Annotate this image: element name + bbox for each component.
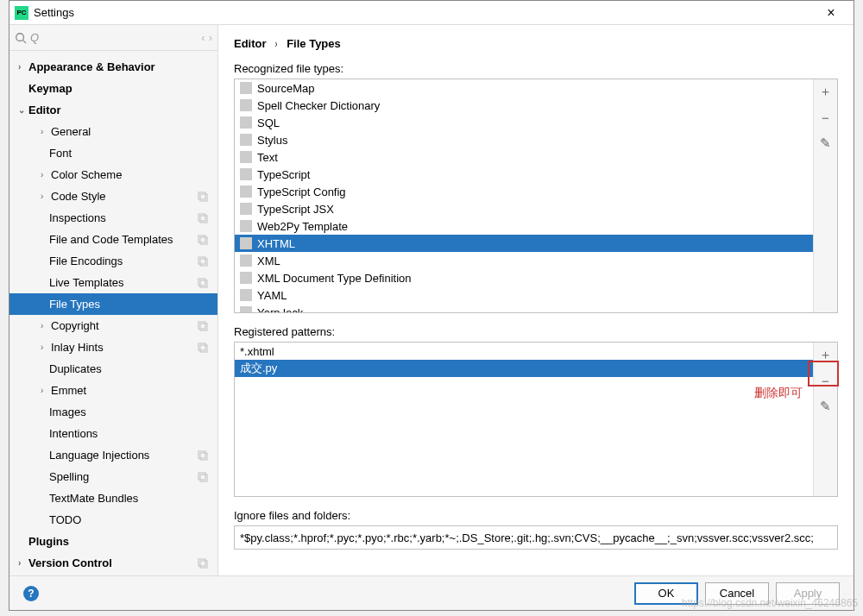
tree-versionctrl[interactable]: ›Version Control	[9, 552, 217, 574]
svg-rect-12	[198, 322, 205, 329]
chevron-right-icon: ›	[41, 127, 51, 136]
remove-button[interactable]: −	[817, 372, 835, 389]
breadcrumb-editor: Editor	[234, 37, 267, 50]
tree-font[interactable]: Font	[9, 142, 217, 164]
search-input[interactable]	[30, 31, 198, 44]
filetype-item[interactable]: SourceMap	[235, 79, 813, 97]
remove-button[interactable]: −	[817, 109, 835, 126]
filetype-item[interactable]: Stylus	[235, 131, 813, 148]
settings-tree[interactable]: ›Appearance & Behavior Keymap ⌄Editor ›G…	[9, 51, 217, 575]
filetype-icon	[240, 134, 252, 146]
svg-rect-9	[200, 259, 207, 266]
registered-label: Registered patterns:	[234, 325, 838, 338]
svg-rect-16	[198, 451, 205, 458]
filetype-label: Spell Checker Dictionary	[257, 99, 380, 112]
filetype-item[interactable]: Yarn.lock	[235, 304, 813, 312]
svg-rect-18	[198, 473, 205, 480]
chevron-left-icon[interactable]: ‹	[201, 31, 205, 44]
breadcrumb-filetypes: File Types	[287, 37, 341, 50]
chevron-down-icon: ⌄	[18, 105, 28, 115]
add-button[interactable]: ＋	[817, 83, 835, 100]
filetype-item[interactable]: XHTML	[235, 235, 813, 252]
filetype-item[interactable]: XML Document Type Definition	[235, 269, 813, 286]
filetype-item[interactable]: Web2Py Template	[235, 217, 813, 235]
chevron-right-icon: ›	[41, 192, 51, 201]
filetype-label: Web2Py Template	[257, 220, 348, 233]
filetype-label: Yarn.lock	[257, 306, 303, 313]
svg-rect-21	[200, 561, 207, 568]
tree-appearance[interactable]: ›Appearance & Behavior	[9, 56, 217, 78]
tree-filecodetpl[interactable]: File and Code Templates	[9, 229, 217, 250]
filetype-item[interactable]: SQL	[235, 114, 813, 131]
chevron-right-icon: ›	[275, 37, 278, 50]
filetypes-list-wrap: SourceMapSpell Checker DictionarySQLStyl…	[234, 79, 838, 313]
tree-spelling[interactable]: Spelling	[9, 466, 217, 487]
close-icon[interactable]: ×	[814, 5, 848, 21]
filetype-label: TypeScript	[257, 168, 310, 181]
chevron-right-icon: ›	[41, 386, 51, 395]
filetype-icon	[240, 272, 252, 284]
tree-inlay[interactable]: ›Inlay Hints	[9, 336, 217, 358]
content-panel: Editor › File Types Recognized file type…	[218, 25, 854, 575]
tree-duplicates[interactable]: Duplicates	[9, 358, 217, 380]
tree-livetpl[interactable]: Live Templates	[9, 272, 217, 293]
filetype-item[interactable]: XML	[235, 252, 813, 269]
svg-line-1	[23, 40, 27, 43]
copy-icon	[197, 255, 209, 267]
annotation-text: 删除即可	[754, 386, 803, 401]
tree-copyright[interactable]: ›Copyright	[9, 315, 217, 336]
tree-codestyle[interactable]: ›Code Style	[9, 185, 217, 207]
copy-icon	[197, 320, 209, 332]
help-icon[interactable]: ?	[23, 586, 39, 601]
filetype-item[interactable]: TypeScript Config	[235, 183, 813, 200]
svg-rect-6	[198, 236, 205, 242]
filetype-label: TypeScript Config	[257, 185, 346, 198]
search-icon	[15, 32, 27, 44]
filetype-icon	[240, 185, 252, 198]
chevron-right-icon: ›	[41, 343, 51, 352]
svg-rect-11	[200, 280, 207, 287]
tree-filetypes[interactable]: File Types	[9, 293, 217, 315]
filetype-label: XML	[257, 255, 280, 267]
filetype-icon	[240, 99, 252, 111]
svg-point-0	[16, 33, 24, 41]
filetype-label: SQL	[257, 116, 280, 129]
tree-langinj[interactable]: Language Injections	[9, 444, 217, 466]
filetype-label: TypeScript JSX	[257, 203, 334, 216]
filetype-item[interactable]: TypeScript JSX	[235, 200, 813, 217]
copy-icon	[197, 342, 209, 354]
filetypes-list[interactable]: SourceMapSpell Checker DictionarySQLStyl…	[235, 79, 813, 312]
breadcrumb: Editor › File Types	[234, 37, 838, 50]
filetype-label: YAML	[257, 289, 287, 302]
tree-inspections[interactable]: Inspections	[9, 207, 217, 229]
add-button[interactable]: ＋	[817, 346, 835, 363]
tree-colorscheme[interactable]: ›Color Scheme	[9, 164, 217, 185]
filetype-item[interactable]: Text	[235, 148, 813, 166]
tree-todo[interactable]: TODO	[9, 509, 217, 531]
filetype-label: XHTML	[257, 237, 295, 250]
edit-button[interactable]: ✎	[817, 135, 835, 152]
filetype-label: XML Document Type Definition	[257, 272, 411, 285]
filetype-item[interactable]: YAML	[235, 286, 813, 304]
tree-general[interactable]: ›General	[9, 121, 217, 142]
copy-icon	[197, 449, 209, 462]
pattern-item[interactable]: 成交.py	[235, 360, 813, 377]
tree-textmate[interactable]: TextMate Bundles	[9, 487, 217, 509]
ignore-input[interactable]	[234, 525, 838, 550]
tree-editor[interactable]: ⌄Editor	[9, 99, 217, 121]
filetype-item[interactable]: Spell Checker Dictionary	[235, 97, 813, 114]
copy-icon	[197, 234, 209, 246]
tree-plugins[interactable]: Plugins	[9, 531, 217, 552]
chevron-right-icon[interactable]: ›	[209, 31, 212, 44]
filetype-item[interactable]: TypeScript	[235, 166, 813, 183]
pattern-item[interactable]: *.xhtml	[235, 343, 813, 360]
tree-fileenc[interactable]: File Encodings	[9, 250, 217, 272]
tree-images[interactable]: Images	[9, 401, 217, 423]
filetype-label: Stylus	[257, 134, 287, 147]
copy-icon	[197, 471, 209, 483]
tree-emmet[interactable]: ›Emmet	[9, 380, 217, 401]
edit-button[interactable]: ✎	[817, 398, 835, 415]
tree-keymap[interactable]: Keymap	[9, 78, 217, 99]
patterns-list[interactable]: *.xhtml成交.py	[235, 343, 813, 496]
tree-intentions[interactable]: Intentions	[9, 423, 217, 444]
